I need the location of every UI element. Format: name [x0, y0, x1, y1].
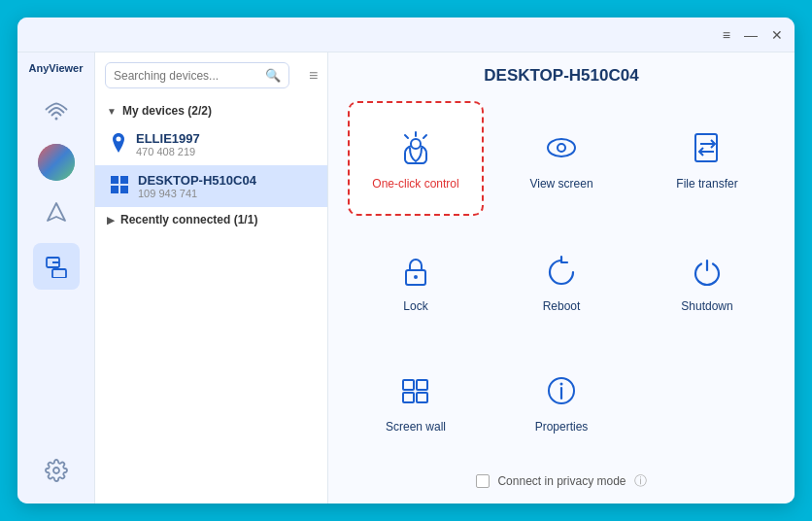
device-info-desktop: DESKTOP-H510C04 109 943 741: [138, 173, 256, 199]
power-icon: [686, 249, 728, 292]
sidebar-item-wifi[interactable]: [33, 89, 80, 136]
svg-point-26: [560, 383, 563, 386]
device-id-desktop: 109 943 741: [138, 188, 256, 199]
action-label-lock: Lock: [403, 299, 427, 313]
content-area: AnyViewer: [17, 52, 795, 504]
action-lock[interactable]: Lock: [348, 226, 484, 336]
search-bar: 🔍: [105, 62, 289, 88]
action-label-shutdown: Shutdown: [681, 299, 732, 313]
privacy-label: Connect in privacy mode: [497, 474, 626, 488]
device-name-ellie: ELLIE1997: [136, 131, 200, 146]
recently-connected-group[interactable]: ▶ Recently connected (1/1): [95, 207, 327, 232]
info-icon: [540, 369, 583, 412]
device-item-desktop[interactable]: DESKTOP-H510C04 109 943 741: [95, 165, 327, 207]
privacy-row: Connect in privacy mode ⓘ: [328, 463, 795, 504]
sidebar-item-settings[interactable]: [33, 447, 80, 494]
list-view-icon[interactable]: ≡: [309, 67, 318, 85]
svg-rect-8: [111, 176, 118, 184]
action-file-transfer[interactable]: File transfer: [639, 101, 775, 216]
close-button[interactable]: ✕: [771, 28, 783, 42]
action-one-click[interactable]: One-click control: [348, 101, 484, 216]
action-label-reboot: Reboot: [543, 299, 581, 313]
svg-rect-20: [403, 380, 414, 390]
svg-point-6: [53, 468, 59, 473]
file-transfer-icon: [686, 126, 728, 169]
windows-icon: [111, 176, 128, 197]
svg-rect-11: [120, 186, 128, 193]
action-shutdown[interactable]: Shutdown: [639, 226, 775, 336]
screen-wall-icon: [394, 369, 437, 412]
main-panel: DESKTOP-H510C04 One-click: [328, 52, 795, 504]
sidebar-avatar[interactable]: [38, 144, 75, 181]
svg-point-14: [558, 144, 565, 152]
minimize-button[interactable]: —: [744, 28, 758, 42]
svg-point-19: [414, 275, 418, 279]
search-input[interactable]: [114, 69, 259, 83]
title-bar: ≡ — ✕: [17, 17, 795, 52]
my-devices-label: My devices (2/2): [122, 104, 212, 118]
wifi-icon: [45, 101, 68, 124]
svg-rect-21: [417, 380, 427, 390]
search-icon: 🔍: [265, 68, 281, 83]
reboot-icon: [540, 249, 583, 292]
privacy-help-icon[interactable]: ⓘ: [634, 472, 647, 490]
action-properties[interactable]: Properties: [493, 346, 629, 457]
sidebar-item-send[interactable]: [33, 189, 80, 235]
device-id-ellie: 470 408 219: [136, 146, 200, 157]
svg-marker-2: [48, 203, 65, 221]
action-label-file-transfer: File transfer: [676, 177, 737, 191]
action-label-one-click: One-click control: [372, 177, 458, 191]
action-screen-wall[interactable]: Screen wall: [348, 346, 484, 457]
sidebar: AnyViewer: [17, 52, 95, 504]
device-item-ellie[interactable]: ELLIE1997 470 408 219: [95, 123, 327, 165]
sidebar-logo: AnyViewer: [28, 62, 83, 74]
touch-icon: [394, 126, 437, 169]
main-device-title: DESKTOP-H510C04: [328, 52, 795, 95]
privacy-checkbox[interactable]: [476, 474, 490, 488]
action-reboot[interactable]: Reboot: [493, 226, 629, 336]
svg-point-0: [54, 118, 57, 121]
action-view-screen[interactable]: View screen: [493, 101, 629, 216]
device-info-ellie: ELLIE1997 470 408 219: [136, 131, 200, 157]
device-name-desktop: DESKTOP-H510C04: [138, 173, 256, 188]
device-list-panel: 🔍 ≡ ▼ My devices (2/2) ELLIE1997: [95, 52, 328, 504]
search-row: 🔍 ≡: [95, 52, 327, 98]
sidebar-item-devices[interactable]: [33, 243, 80, 290]
action-label-properties: Properties: [535, 420, 589, 434]
actions-grid: One-click control View screen: [328, 95, 795, 463]
svg-rect-10: [111, 186, 118, 193]
svg-point-7: [117, 136, 121, 141]
title-bar-controls: ≡ — ✕: [723, 28, 783, 42]
svg-point-1: [38, 144, 75, 181]
svg-rect-23: [417, 393, 427, 402]
my-devices-group[interactable]: ▼ My devices (2/2): [95, 98, 327, 123]
recently-connected-label: Recently connected (1/1): [120, 213, 257, 226]
svg-point-12: [411, 139, 421, 149]
svg-rect-15: [695, 134, 717, 161]
chevron-down-icon: ▼: [107, 106, 117, 117]
settings-icon: [45, 459, 68, 482]
svg-rect-9: [120, 176, 128, 184]
chevron-right-icon: ▶: [107, 215, 115, 226]
svg-point-13: [548, 139, 575, 156]
action-label-screen-wall: Screen wall: [386, 420, 446, 434]
eye-icon: [540, 126, 583, 169]
action-label-view-screen: View screen: [529, 177, 592, 191]
lock-icon: [394, 249, 437, 292]
devices-icon: [45, 255, 68, 278]
svg-rect-4: [52, 269, 66, 278]
location-pin-icon: [111, 133, 126, 156]
svg-rect-22: [403, 393, 414, 402]
menu-button[interactable]: ≡: [723, 28, 730, 42]
send-icon: [45, 200, 68, 224]
app-window: ≡ — ✕ AnyViewer: [17, 17, 795, 504]
